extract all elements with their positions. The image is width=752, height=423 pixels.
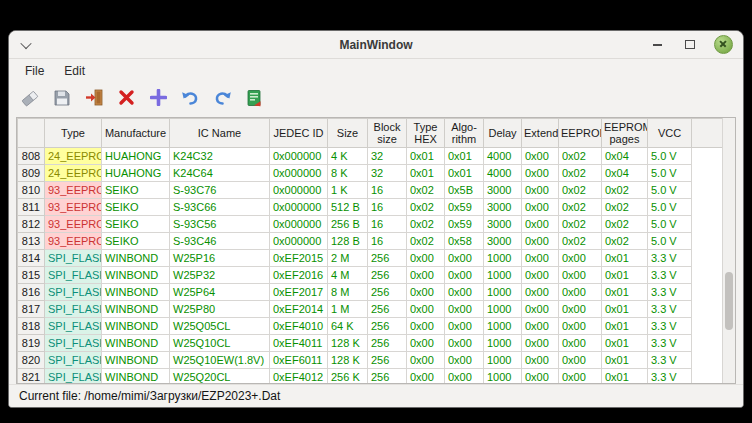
cell-ic_name[interactable]: S-93C56 <box>170 216 270 233</box>
cell-size[interactable]: 1 M <box>328 301 368 318</box>
cell-algorithm[interactable]: 0x01 <box>445 165 484 182</box>
cell-delay[interactable]: 1000 <box>484 369 522 385</box>
cell-eeprom_pages[interactable]: 0x01 <box>602 335 648 352</box>
title-bar[interactable]: MainWindow <box>9 31 743 59</box>
cell-type[interactable]: SPI_FLASH <box>45 335 102 352</box>
cell-delay[interactable]: 4000 <box>484 148 522 165</box>
cell-block_size[interactable]: 256 <box>368 284 407 301</box>
row-number[interactable]: 811 <box>18 199 45 216</box>
cell-eeprom[interactable]: 0x00 <box>559 352 602 369</box>
cell-jedec_id[interactable]: 0xEF4011 <box>270 335 328 352</box>
cell-eeprom_pages[interactable]: 0x01 <box>602 369 648 385</box>
cell-eeprom_pages[interactable]: 0x01 <box>602 267 648 284</box>
row-number[interactable]: 816 <box>18 284 45 301</box>
cell-eeprom[interactable]: 0x02 <box>559 216 602 233</box>
cell-jedec_id[interactable]: 0xEF2016 <box>270 267 328 284</box>
cell-eeprom[interactable]: 0x00 <box>559 369 602 385</box>
cell-type[interactable]: SPI_FLASH <box>45 318 102 335</box>
cell-eeprom_pages[interactable]: 0x02 <box>602 182 648 199</box>
cell-extend[interactable]: 0x00 <box>522 267 559 284</box>
cell-type_hex[interactable]: 0x00 <box>407 352 445 369</box>
export-button[interactable] <box>242 86 266 110</box>
cell-size[interactable]: 512 B <box>328 199 368 216</box>
cell-size[interactable]: 2 M <box>328 250 368 267</box>
cell-size[interactable]: 8 M <box>328 284 368 301</box>
cell-manufacture[interactable]: WINBOND <box>102 352 170 369</box>
cell-manufacture[interactable]: SEIKO <box>102 199 170 216</box>
cell-algorithm[interactable]: 0x00 <box>445 301 484 318</box>
column-header-delay[interactable]: Delay <box>484 119 522 148</box>
cell-delay[interactable]: 1000 <box>484 284 522 301</box>
cell-delay[interactable]: 1000 <box>484 318 522 335</box>
cell-ic_name[interactable]: W25P64 <box>170 284 270 301</box>
cell-eeprom_pages[interactable]: 0x02 <box>602 233 648 250</box>
cell-extend[interactable]: 0x00 <box>522 335 559 352</box>
row-number[interactable]: 817 <box>18 301 45 318</box>
cell-eeprom[interactable]: 0x00 <box>559 267 602 284</box>
cell-algorithm[interactable]: 0x00 <box>445 250 484 267</box>
cell-extend[interactable]: 0x00 <box>522 352 559 369</box>
cell-type[interactable]: SPI_FLASH <box>45 369 102 385</box>
cell-type_hex[interactable]: 0x00 <box>407 335 445 352</box>
cell-manufacture[interactable]: WINBOND <box>102 284 170 301</box>
cell-type_hex[interactable]: 0x00 <box>407 301 445 318</box>
cell-manufacture[interactable]: WINBOND <box>102 369 170 385</box>
cell-block_size[interactable]: 256 <box>368 335 407 352</box>
cell-type_hex[interactable]: 0x02 <box>407 216 445 233</box>
cell-eeprom[interactable]: 0x00 <box>559 318 602 335</box>
cell-size[interactable]: 128 K <box>328 335 368 352</box>
cell-vcc[interactable]: 5.0 V <box>648 148 692 165</box>
column-header-block-size[interactable]: Block size <box>368 119 407 148</box>
cell-block_size[interactable]: 16 <box>368 233 407 250</box>
cell-extend[interactable]: 0x00 <box>522 233 559 250</box>
cell-extend[interactable]: 0x00 <box>522 199 559 216</box>
erase-button[interactable] <box>18 86 42 110</box>
cell-size[interactable]: 1 K <box>328 182 368 199</box>
cell-type[interactable]: 24_EEPROM <box>45 165 102 182</box>
cell-delay[interactable]: 1000 <box>484 301 522 318</box>
cell-vcc[interactable]: 3.3 V <box>648 369 692 385</box>
redo-button[interactable] <box>210 86 234 110</box>
vertical-scrollbar[interactable] <box>722 118 735 383</box>
cell-size[interactable]: 4 M <box>328 267 368 284</box>
cell-eeprom_pages[interactable]: 0x01 <box>602 301 648 318</box>
cell-vcc[interactable]: 3.3 V <box>648 352 692 369</box>
cell-eeprom_pages[interactable]: 0x01 <box>602 250 648 267</box>
column-header-eeprom[interactable]: EEPROM <box>559 119 602 148</box>
cell-vcc[interactable]: 3.3 V <box>648 301 692 318</box>
cell-delay[interactable]: 1000 <box>484 250 522 267</box>
cell-type_hex[interactable]: 0x02 <box>407 199 445 216</box>
cell-block_size[interactable]: 256 <box>368 352 407 369</box>
cell-eeprom_pages[interactable]: 0x01 <box>602 284 648 301</box>
cell-extend[interactable]: 0x00 <box>522 250 559 267</box>
cell-eeprom_pages[interactable]: 0x04 <box>602 165 648 182</box>
cell-type[interactable]: 93_EEPROM <box>45 233 102 250</box>
cell-delay[interactable]: 1000 <box>484 352 522 369</box>
cell-extend[interactable]: 0x00 <box>522 301 559 318</box>
cell-eeprom[interactable]: 0x00 <box>559 301 602 318</box>
close-button[interactable] <box>714 35 733 54</box>
cell-ic_name[interactable]: W25Q10EW(1.8V) <box>170 352 270 369</box>
cell-block_size[interactable]: 256 <box>368 267 407 284</box>
cell-ic_name[interactable]: W25P16 <box>170 250 270 267</box>
column-header-extend[interactable]: Extend <box>522 119 559 148</box>
row-number[interactable]: 813 <box>18 233 45 250</box>
cell-type[interactable]: SPI_FLASH <box>45 301 102 318</box>
cell-algorithm[interactable]: 0x00 <box>445 335 484 352</box>
cell-vcc[interactable]: 5.0 V <box>648 165 692 182</box>
cell-ic_name[interactable]: S-93C66 <box>170 199 270 216</box>
cell-vcc[interactable]: 5.0 V <box>648 199 692 216</box>
cell-block_size[interactable]: 16 <box>368 199 407 216</box>
cell-jedec_id[interactable]: 0x000000 <box>270 148 328 165</box>
cell-size[interactable]: 4 K <box>328 148 368 165</box>
cell-extend[interactable]: 0x00 <box>522 148 559 165</box>
cell-delay[interactable]: 3000 <box>484 216 522 233</box>
vertical-scrollbar-thumb[interactable] <box>725 272 733 330</box>
cell-delay[interactable]: 3000 <box>484 233 522 250</box>
cell-block_size[interactable]: 16 <box>368 182 407 199</box>
cell-extend[interactable]: 0x00 <box>522 284 559 301</box>
cell-ic_name[interactable]: S-93C76 <box>170 182 270 199</box>
cell-vcc[interactable]: 3.3 V <box>648 335 692 352</box>
cell-manufacture[interactable]: HUAHONG <box>102 165 170 182</box>
cell-delay[interactable]: 3000 <box>484 199 522 216</box>
